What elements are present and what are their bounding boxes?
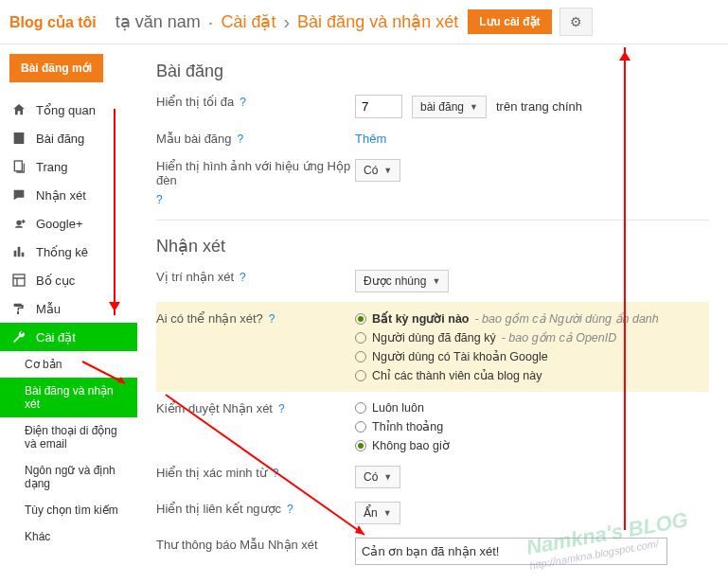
nav-label: Nhận xét xyxy=(36,188,86,203)
breadcrumb-settings[interactable]: Cài đặt xyxy=(221,11,275,32)
nav-overview[interactable]: Tổng quan xyxy=(0,96,137,124)
chevron-down-icon: ▼ xyxy=(470,102,478,112)
mod-option-never[interactable]: Không bao giờ xyxy=(355,438,450,452)
sub-posts-comments[interactable]: Bài đăng và nhận xét xyxy=(0,378,137,417)
who-option-members[interactable]: Chỉ các thành viên của blog này xyxy=(355,368,659,382)
nav-pages[interactable]: Trang xyxy=(0,152,137,181)
mod-option-always[interactable]: Luôn luôn xyxy=(355,401,450,415)
show-max-unit-dropdown[interactable]: bài đăng▼ xyxy=(412,96,487,118)
who-can-comment-label: Ai có thể nhận xét? xyxy=(156,311,263,326)
backlinks-label: Hiển thị liên kết ngược xyxy=(156,502,281,516)
nav-posts[interactable]: Bài đăng xyxy=(0,124,137,152)
comment-msg-input[interactable]: Cản ơn bạn đã nhận xét! xyxy=(355,538,667,565)
nav-settings[interactable]: Cài đặt xyxy=(0,323,137,351)
help-icon[interactable]: ? xyxy=(269,312,275,326)
home-icon xyxy=(9,101,28,118)
chevron-down-icon: ▼ xyxy=(383,472,392,482)
nav-comments[interactable]: Nhận xét xyxy=(0,181,137,209)
help-icon[interactable]: ? xyxy=(156,193,163,206)
nav-layout[interactable]: Bố cục xyxy=(0,266,137,294)
blog-owner[interactable]: tạ văn nam xyxy=(115,11,201,32)
radio-icon xyxy=(355,421,366,433)
nav-stats[interactable]: Thống kê xyxy=(0,238,137,266)
nav-label: Cài đặt xyxy=(36,330,76,344)
nav-label: Thống kê xyxy=(36,245,88,259)
nav-label: Mẫu xyxy=(36,302,61,316)
pages-icon xyxy=(9,158,28,175)
gear-button[interactable]: ⚙ xyxy=(559,8,593,36)
comment-location-label: Vị trí nhận xét xyxy=(156,270,234,284)
nav-label: Bài đăng xyxy=(36,132,84,146)
section-comments-title: Nhận xét xyxy=(156,236,709,256)
moderation-radio-group: Luôn luôn Thỉnh thoảng Không bao giờ xyxy=(355,401,450,452)
who-option-registered[interactable]: Người dùng đã đăng ký- bao gồm cả OpenID xyxy=(355,330,659,344)
show-max-input[interactable] xyxy=(355,95,402,118)
show-max-label: Hiển thị tối đa xyxy=(156,95,234,109)
mod-option-sometimes[interactable]: Thỉnh thoảng xyxy=(355,419,450,433)
verify-label: Hiển thị xác minh từ xyxy=(156,466,267,480)
add-template-link[interactable]: Thêm xyxy=(355,132,386,146)
moderation-label: Kiểm duyệt Nhận xét xyxy=(156,401,273,415)
radio-icon xyxy=(355,440,366,451)
app-title: Blog của tôi xyxy=(9,13,97,31)
chevron-right-icon: › xyxy=(283,11,290,33)
sidebar: Bài đăng mới Tổng quan Bài đăng Trang Nh… xyxy=(0,44,137,583)
document-icon xyxy=(9,130,28,147)
stats-icon xyxy=(9,243,28,260)
breadcrumb-posts-comments: Bài đăng và nhận xét xyxy=(297,11,458,32)
sub-mobile-email[interactable]: Điện thoại di động và email xyxy=(0,417,137,457)
sub-other[interactable]: Khác xyxy=(0,523,137,550)
paint-roller-icon xyxy=(9,300,28,317)
verify-dropdown[interactable]: Có▼ xyxy=(355,466,400,488)
backlinks-dropdown[interactable]: Ẩn▼ xyxy=(355,502,400,524)
nav-googleplus[interactable]: Google+ xyxy=(0,209,137,238)
help-icon[interactable]: ? xyxy=(238,132,244,146)
lightbox-dropdown[interactable]: Có▼ xyxy=(355,159,400,182)
svg-rect-1 xyxy=(13,274,25,286)
lightbox-label: Hiển thị hình ảnh với hiệu ứng Hộp đèn xyxy=(156,159,355,187)
help-icon[interactable]: ? xyxy=(287,503,293,516)
post-template-label: Mẫu bài đăng xyxy=(156,132,232,146)
nav-label: Trang xyxy=(36,160,67,174)
comment-location-dropdown[interactable]: Được nhúng▼ xyxy=(355,270,449,292)
comment-msg-label: Thư thông báo Mẫu Nhận xét xyxy=(156,538,318,552)
comment-icon xyxy=(9,186,28,203)
nav-template[interactable]: Mẫu xyxy=(0,294,137,323)
radio-icon xyxy=(355,351,366,362)
separator: · xyxy=(208,11,214,33)
sub-search-prefs[interactable]: Tùy chọn tìm kiếm xyxy=(0,497,137,523)
googleplus-icon xyxy=(9,215,28,232)
chevron-down-icon: ▼ xyxy=(383,508,392,518)
sub-basic[interactable]: Cơ bản xyxy=(0,351,137,378)
nav-label: Bố cục xyxy=(36,274,75,288)
svg-rect-0 xyxy=(14,161,22,171)
save-settings-button[interactable]: Lưu cài đặt xyxy=(468,9,551,34)
radio-icon xyxy=(355,402,366,414)
new-post-button[interactable]: Bài đăng mới xyxy=(9,54,103,82)
content: Bài đăng Hiển thị tối đa ? bài đăng▼ trê… xyxy=(137,44,728,583)
who-option-google[interactable]: Người dùng có Tài khoản Google xyxy=(355,349,659,363)
help-icon[interactable]: ? xyxy=(240,96,246,109)
help-icon[interactable]: ? xyxy=(278,402,285,415)
gear-icon: ⚙ xyxy=(570,14,582,29)
who-option-anyone[interactable]: Bất kỳ người nào- bao gồm cả Người dùng … xyxy=(355,311,659,326)
radio-icon xyxy=(355,332,366,344)
section-posts-title: Bài đăng xyxy=(156,62,709,81)
help-icon[interactable]: ? xyxy=(273,467,279,480)
chevron-down-icon: ▼ xyxy=(432,276,440,286)
who-radio-group: Bất kỳ người nào- bao gồm cả Người dùng … xyxy=(355,311,659,382)
nav-label: Tổng quan xyxy=(36,103,96,117)
wrench-icon xyxy=(9,328,28,345)
sub-language[interactable]: Ngôn ngữ và định dạng xyxy=(0,457,137,497)
nav-label: Google+ xyxy=(36,217,83,231)
radio-icon xyxy=(355,370,366,381)
chevron-down-icon: ▼ xyxy=(383,166,392,175)
help-icon[interactable]: ? xyxy=(240,271,246,284)
radio-icon xyxy=(355,313,366,325)
show-max-suffix: trên trang chính xyxy=(496,99,582,114)
layout-icon xyxy=(9,272,28,289)
